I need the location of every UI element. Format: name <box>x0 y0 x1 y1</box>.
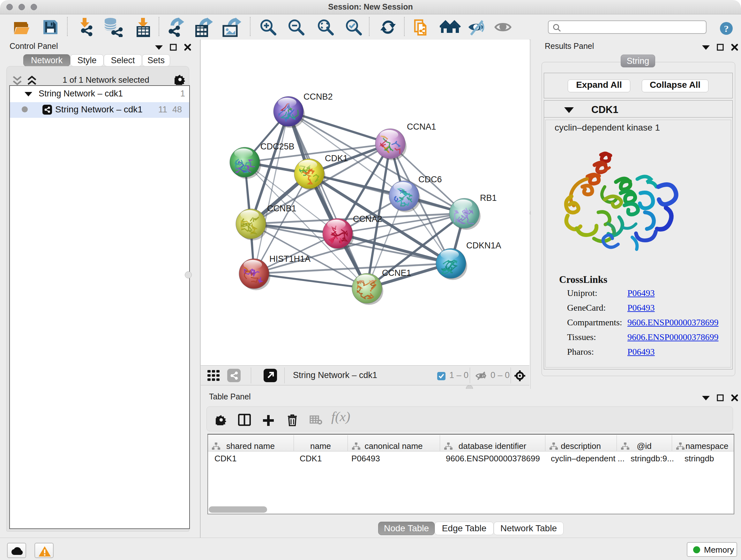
svg-text:CDC6: CDC6 <box>418 175 442 184</box>
svg-text:?: ? <box>724 23 729 34</box>
svg-text:CCNB2: CCNB2 <box>304 92 333 102</box>
svg-text:CDC25B: CDC25B <box>260 142 294 151</box>
svg-text:CDK1: CDK1 <box>325 153 348 163</box>
svg-text:CCNA1: CCNA1 <box>407 122 436 132</box>
svg-text:HIST1H1A: HIST1H1A <box>269 254 311 264</box>
svg-text:CDKN1A: CDKN1A <box>466 241 501 250</box>
svg-text:RB1: RB1 <box>480 193 497 203</box>
svg-text:CCNE1: CCNE1 <box>382 268 411 278</box>
svg-text:CCNA2: CCNA2 <box>353 214 382 224</box>
svg-text:CCNB1: CCNB1 <box>267 204 296 213</box>
